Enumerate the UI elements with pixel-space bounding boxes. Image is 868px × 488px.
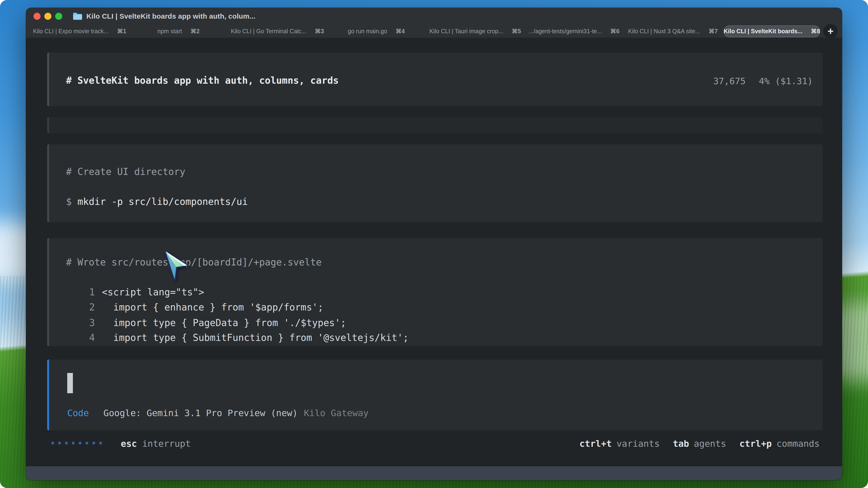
hint-key: ctrl+t <box>579 438 612 449</box>
hint-label: commands <box>776 438 819 449</box>
session-meta: 37,675 4% ($1.31) <box>713 76 813 86</box>
faded-message-block <box>47 117 823 133</box>
terminal-content: # SvelteKit boards app with auth, column… <box>26 38 842 466</box>
window-title: Kilo CLI | SvelteKit boards app with aut… <box>86 12 255 20</box>
variants-hint: ctrl+t variants <box>579 438 659 449</box>
new-tab-button[interactable]: + <box>823 24 838 39</box>
tab-label: Kilo CLI | SvelteKit boards... <box>724 28 802 35</box>
line-source: import type { SubmitFunction } from '@sv… <box>102 332 408 343</box>
code-line: 2 import { enhance } from '$app/forms'; <box>80 302 323 313</box>
hint-label: agents <box>694 438 726 449</box>
tab-shortcut: ⌘5 <box>512 28 521 35</box>
tab-label: Kilo CLI | Nuxt 3 Q&A site... <box>628 28 700 35</box>
prompt-input[interactable]: Code Google: Gemini 3.1 Pro Preview (new… <box>47 360 823 430</box>
mouse-pointer <box>163 251 189 281</box>
line-number: 4 <box>80 332 95 343</box>
tab-label: .../agent-tests/gemini31-te... <box>529 28 602 35</box>
token-count: 37,675 <box>713 76 746 86</box>
shell-comment: # Create UI directory <box>66 166 185 177</box>
line-source: <script lang="ts"> <box>102 287 204 297</box>
shortcut-hints: ctrl+t variants tab agents ctrl+p comman… <box>579 438 819 449</box>
title-bar[interactable]: Kilo CLI | SvelteKit boards app with aut… <box>26 8 842 25</box>
tab-shortcut: ⌘7 <box>709 28 718 35</box>
text-cursor <box>67 373 73 393</box>
tab-label: go run main.go <box>348 28 387 35</box>
line-source: import type { PageData } from './$types'… <box>102 317 346 328</box>
tab-shortcut: ⌘3 <box>315 28 324 35</box>
tab-bar: Kilo CLI | Expo movie track... ⌘1 npm st… <box>26 25 842 38</box>
tab-tauri-image-crop[interactable]: Kilo CLI | Tauri image crop... ⌘5 <box>427 26 523 37</box>
line-source: import { enhance } from '$app/forms'; <box>102 302 323 313</box>
tab-expo-movie[interactable]: Kilo CLI | Expo movie track... ⌘1 <box>31 26 128 37</box>
tab-shortcut: ⌘6 <box>610 28 619 35</box>
mode-row: Code Google: Gemini 3.1 Pro Preview (new… <box>67 408 369 418</box>
tab-shortcut: ⌘8 <box>811 28 820 35</box>
tab-label: npm start <box>157 28 182 35</box>
minimize-button[interactable] <box>44 13 52 20</box>
file-write-header: # Wrote src/routes/app/[boardId]/+page.s… <box>66 257 322 267</box>
esc-key: esc <box>121 438 137 449</box>
code-line: 4 import type { SubmitFunction } from '@… <box>80 332 408 343</box>
desktop: Kilo CLI | SvelteKit boards app with aut… <box>0 0 868 488</box>
tab-label: Kilo CLI | Go Terminal Calc... <box>231 28 306 35</box>
model-selector[interactable]: Google: Gemini 3.1 Pro Preview (new) <box>103 408 298 418</box>
shell-command-line: $ mkdir -p src/lib/components/ui <box>66 196 248 207</box>
zoom-button[interactable] <box>55 13 62 20</box>
hint-label: variants <box>617 438 660 449</box>
tab-npm-start[interactable]: npm start ⌘2 <box>130 26 227 37</box>
commands-hint: ctrl+p commands <box>739 438 819 449</box>
tab-nuxt-qa-site[interactable]: Kilo CLI | Nuxt 3 Q&A site... ⌘7 <box>625 26 721 37</box>
code-line: 3 import type { PageData } from './$type… <box>80 317 346 328</box>
line-number: 2 <box>80 302 95 313</box>
context-cost: 4% ($1.31) <box>759 76 813 86</box>
prompt-symbol: $ <box>66 196 72 207</box>
line-number: 3 <box>80 317 95 328</box>
hint-key: tab <box>673 438 689 449</box>
tab-label: Kilo CLI | Expo movie track... <box>33 28 109 35</box>
line-number: 1 <box>80 287 95 297</box>
tab-go-run-main[interactable]: go run main.go ⌘4 <box>328 26 425 37</box>
tab-shortcut: ⌘1 <box>117 28 126 35</box>
code-line: 1 <script lang="ts"> <box>80 287 204 297</box>
tab-label: Kilo CLI | Tauri image crop... <box>430 28 503 35</box>
close-button[interactable] <box>33 13 40 20</box>
terminal-window: Kilo CLI | SvelteKit boards app with aut… <box>26 8 842 480</box>
session-header-block: # SvelteKit boards app with auth, column… <box>47 53 823 106</box>
tab-agent-tests-gemini[interactable]: .../agent-tests/gemini31-te... ⌘6 <box>526 26 622 37</box>
mode-selector[interactable]: Code <box>67 408 89 418</box>
tab-shortcut: ⌘4 <box>396 28 405 35</box>
hint-key: ctrl+p <box>739 438 772 449</box>
interrupt-hint: esc interrupt <box>121 438 191 449</box>
traffic-lights <box>33 13 62 20</box>
agents-hint: tab agents <box>673 438 726 449</box>
shell-command-block: # Create UI directory $ mkdir -p src/lib… <box>47 144 823 222</box>
shell-command: mkdir -p src/lib/components/ui <box>78 196 248 207</box>
tab-sveltekit-boards-active[interactable]: Kilo CLI | SvelteKit boards... ⌘8 <box>724 26 820 37</box>
gateway-label: Kilo Gateway <box>304 408 369 418</box>
tab-shortcut: ⌘2 <box>191 28 200 35</box>
interrupt-label: interrupt <box>142 438 191 449</box>
session-title: # SvelteKit boards app with auth, column… <box>66 75 339 86</box>
folder-icon <box>73 12 83 20</box>
tab-go-terminal-calc[interactable]: Kilo CLI | Go Terminal Calc... ⌘3 <box>229 26 326 37</box>
window-footer <box>26 466 842 480</box>
spinner-dots <box>52 442 102 445</box>
